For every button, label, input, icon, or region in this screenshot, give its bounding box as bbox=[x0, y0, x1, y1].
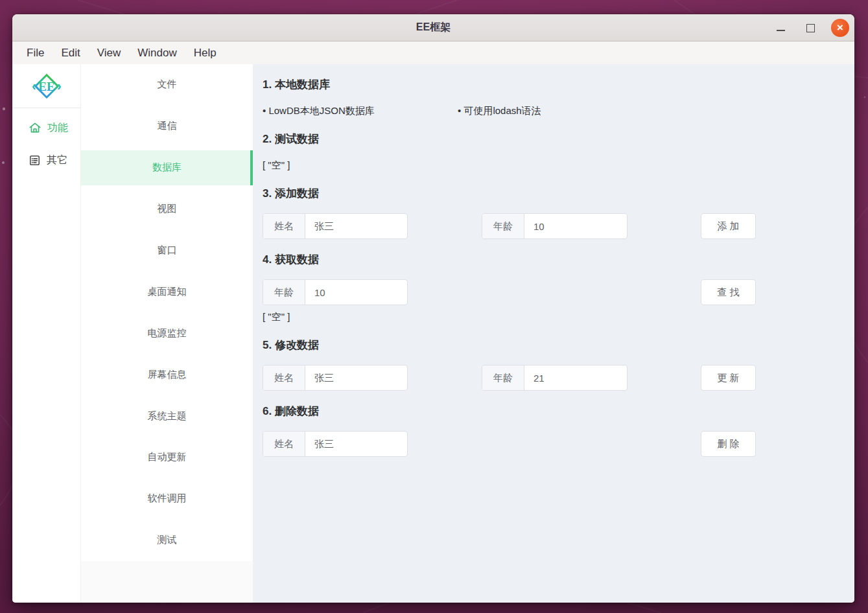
sidebar-item-label: 数据库 bbox=[152, 161, 182, 174]
sidebar-item-window[interactable]: 窗口 bbox=[81, 230, 253, 272]
app-body: EE ‹ › 功能其它 文件通信数据库视图窗口桌面通知电源监控屏幕信息系统主题自… bbox=[12, 64, 854, 603]
sidebar-item-theme[interactable]: 系统主题 bbox=[81, 395, 253, 437]
menubar-item-window[interactable]: Window bbox=[129, 41, 185, 64]
maximize-icon bbox=[806, 24, 815, 32]
icon-rail: EE ‹ › 功能其它 bbox=[12, 64, 81, 603]
age-field: 年龄 bbox=[482, 213, 628, 239]
add-button[interactable]: 添 加 bbox=[701, 213, 756, 239]
field-label: 年龄 bbox=[263, 280, 305, 305]
sidebar-item-label: 系统主题 bbox=[148, 410, 187, 422]
sidebar-item-notification[interactable]: 桌面通知 bbox=[81, 271, 253, 312]
svg-text:EE: EE bbox=[38, 79, 54, 93]
bullet-list: LowDB本地JSON数据库可使用lodash语法 bbox=[263, 103, 845, 119]
section-heading: 5. 修改数据 bbox=[263, 338, 845, 353]
rail-item-label: 功能 bbox=[47, 121, 68, 135]
menubar-item-edit[interactable]: Edit bbox=[53, 41, 88, 64]
sidebar-item-label: 窗口 bbox=[158, 244, 177, 257]
sidebar-item-database[interactable]: 数据库 bbox=[81, 147, 253, 189]
name-input[interactable] bbox=[305, 214, 407, 238]
form-row: 姓名删 除 bbox=[263, 431, 845, 457]
sidebar-menu: 文件通信数据库视图窗口桌面通知电源监控屏幕信息系统主题自动更新软件调用测试 bbox=[81, 64, 253, 561]
rail-item-other[interactable]: 其它 bbox=[12, 144, 80, 176]
menubar-item-file[interactable]: File bbox=[18, 41, 53, 64]
name-field: 姓名 bbox=[263, 365, 408, 391]
section-heading: 2. 测试数据 bbox=[263, 132, 845, 147]
menubar-item-view[interactable]: View bbox=[89, 41, 130, 64]
sidebar-item-file[interactable]: 文件 bbox=[81, 64, 253, 106]
sidebar-item-label: 屏幕信息 bbox=[148, 369, 187, 381]
delete-button[interactable]: 删 除 bbox=[701, 431, 756, 457]
sidebar-item-label: 电源监控 bbox=[148, 327, 187, 340]
sidebar-item-test[interactable]: 测试 bbox=[81, 520, 253, 561]
sidebar-item-label: 视图 bbox=[158, 203, 177, 215]
field-label: 年龄 bbox=[482, 365, 524, 390]
maximize-button[interactable] bbox=[801, 19, 819, 37]
section-heading: 6. 删除数据 bbox=[263, 404, 845, 419]
main-content: 1. 本地数据库LowDB本地JSON数据库可使用lodash语法2. 测试数据… bbox=[253, 64, 854, 603]
field-label: 年龄 bbox=[482, 214, 524, 238]
result-text: [ "空" ] bbox=[263, 309, 845, 325]
sidebar-item-label: 软件调用 bbox=[148, 492, 187, 505]
rail-item-functions[interactable]: 功能 bbox=[12, 111, 80, 144]
logo-container: EE ‹ › bbox=[12, 64, 80, 108]
field-label: 姓名 bbox=[263, 432, 305, 456]
window-title: EE框架 bbox=[416, 21, 451, 34]
titlebar[interactable]: EE框架 × bbox=[12, 14, 854, 41]
sidebar-item-label: 桌面通知 bbox=[148, 286, 187, 298]
form-row: 姓名年龄更 新 bbox=[263, 365, 845, 391]
sidebar-item-ipc[interactable]: 通信 bbox=[81, 106, 253, 147]
section-heading: 1. 本地数据库 bbox=[263, 77, 845, 93]
sidebar-item-label: 测试 bbox=[158, 534, 177, 546]
sidebar-item-software[interactable]: 软件调用 bbox=[81, 478, 253, 520]
minimize-icon bbox=[777, 30, 785, 31]
age-field: 年龄 bbox=[482, 365, 628, 391]
svg-text:›: › bbox=[57, 78, 62, 93]
menubar-item-help[interactable]: Help bbox=[185, 41, 225, 64]
bullet-item: LowDB本地JSON数据库 bbox=[263, 103, 458, 119]
sidebar-item-label: 自动更新 bbox=[148, 451, 187, 463]
form-row: 年龄查 找 bbox=[263, 279, 845, 305]
sidebar-item-label: 文件 bbox=[158, 78, 177, 91]
rail-item-label: 其它 bbox=[47, 154, 67, 167]
desktop: { "window": { "title": "EE框架" }, "titleb… bbox=[0, 0, 868, 613]
age-input[interactable] bbox=[524, 365, 627, 390]
name-input[interactable] bbox=[305, 365, 407, 390]
rail-items: 功能其它 bbox=[12, 108, 80, 176]
age-input[interactable] bbox=[524, 214, 627, 238]
bullet-item: 可使用lodash语法 bbox=[458, 103, 541, 119]
sidebar: 文件通信数据库视图窗口桌面通知电源监控屏幕信息系统主题自动更新软件调用测试 bbox=[81, 64, 253, 603]
sidebar-item-view[interactable]: 视图 bbox=[81, 189, 253, 230]
result-text: [ "空" ] bbox=[263, 157, 845, 173]
field-label: 姓名 bbox=[263, 365, 305, 390]
svg-text:‹: ‹ bbox=[32, 78, 36, 93]
name-field: 姓名 bbox=[263, 213, 408, 239]
field-label: 姓名 bbox=[263, 214, 305, 238]
sidebar-item-power[interactable]: 电源监控 bbox=[81, 312, 253, 354]
minimize-button[interactable] bbox=[771, 19, 790, 37]
sidebar-item-updater[interactable]: 自动更新 bbox=[81, 437, 253, 478]
age-field: 年龄 bbox=[263, 279, 408, 305]
close-button[interactable]: × bbox=[831, 19, 849, 37]
app-window: EE框架 × FileEditViewWindowHelp bbox=[12, 14, 854, 603]
name-input[interactable] bbox=[305, 432, 407, 456]
list-icon bbox=[29, 154, 41, 167]
close-icon: × bbox=[837, 22, 843, 33]
sidebar-item-screen[interactable]: 屏幕信息 bbox=[81, 354, 253, 395]
window-controls: × bbox=[771, 14, 849, 41]
sidebar-item-label: 通信 bbox=[158, 120, 177, 132]
ee-logo-icon: EE ‹ › bbox=[29, 69, 64, 104]
home-icon bbox=[29, 121, 41, 134]
form-row: 姓名年龄添 加 bbox=[263, 213, 845, 239]
find-button[interactable]: 查 找 bbox=[701, 279, 756, 305]
update-button[interactable]: 更 新 bbox=[701, 365, 756, 391]
menubar: FileEditViewWindowHelp bbox=[12, 41, 854, 64]
age-input[interactable] bbox=[305, 280, 407, 305]
section-heading: 4. 获取数据 bbox=[263, 252, 845, 268]
name-field: 姓名 bbox=[263, 431, 408, 457]
section-heading: 3. 添加数据 bbox=[263, 186, 845, 202]
